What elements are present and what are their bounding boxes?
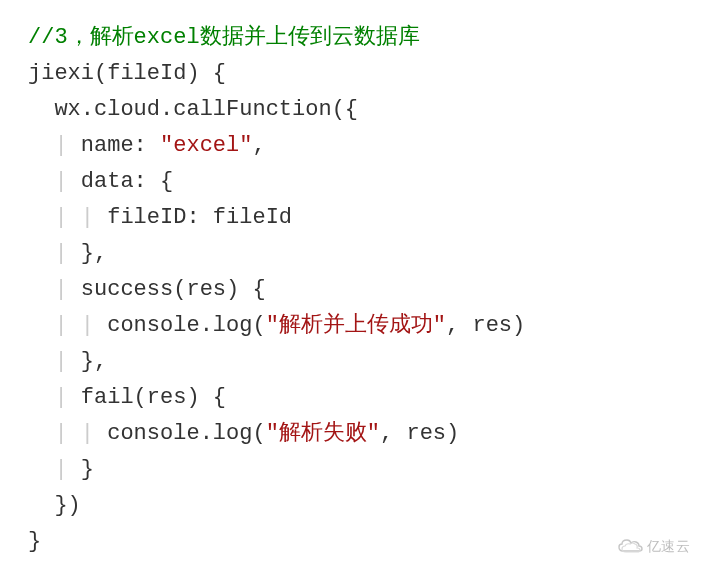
code-line: | | fileID: fileId [28,200,674,236]
code-line: | | console.log("解析并上传成功", res) [28,308,674,344]
code-token: "解析失败" [266,421,380,446]
code-line: } [28,524,674,560]
code-token: , [252,133,265,158]
code-block: //3，解析excel数据并上传到云数据库jiexi(fileId) { wx.… [28,20,674,560]
code-line: | | console.log("解析失败", res) [28,416,674,452]
code-token: console.log( [107,421,265,446]
code-line: | name: "excel", [28,128,674,164]
code-token: name: [81,133,160,158]
cloud-icon [617,537,643,555]
code-line: wx.cloud.callFunction({ [28,92,674,128]
code-token: }, [81,349,107,374]
code-line: //3，解析excel数据并上传到云数据库 [28,20,674,56]
code-token: }) [54,493,80,518]
code-token: console.log( [107,313,265,338]
code-token: wx.cloud.callFunction({ [54,97,358,122]
code-token: "excel" [160,133,252,158]
code-line: jiexi(fileId) { [28,56,674,92]
code-token: data: { [81,169,173,194]
code-token: , res) [446,313,525,338]
code-line: | fail(res) { [28,380,674,416]
code-token: jiexi(fileId) { [28,61,226,86]
code-token: success(res) { [81,277,266,302]
code-line: | } [28,452,674,488]
watermark-text: 亿速云 [647,528,691,564]
code-line: | success(res) { [28,272,674,308]
code-line: }) [28,488,674,524]
code-token: , res) [380,421,459,446]
code-line: | data: { [28,164,674,200]
code-token: "解析并上传成功" [266,313,446,338]
code-token: }, [81,241,107,266]
code-token: fileID: fileId [107,205,292,230]
code-line: | }, [28,344,674,380]
code-token: } [81,457,94,482]
code-token: //3，解析excel数据并上传到云数据库 [28,25,420,50]
code-token: fail(res) { [81,385,226,410]
code-line: | }, [28,236,674,272]
code-token: } [28,529,41,554]
watermark: 亿速云 [617,528,691,564]
